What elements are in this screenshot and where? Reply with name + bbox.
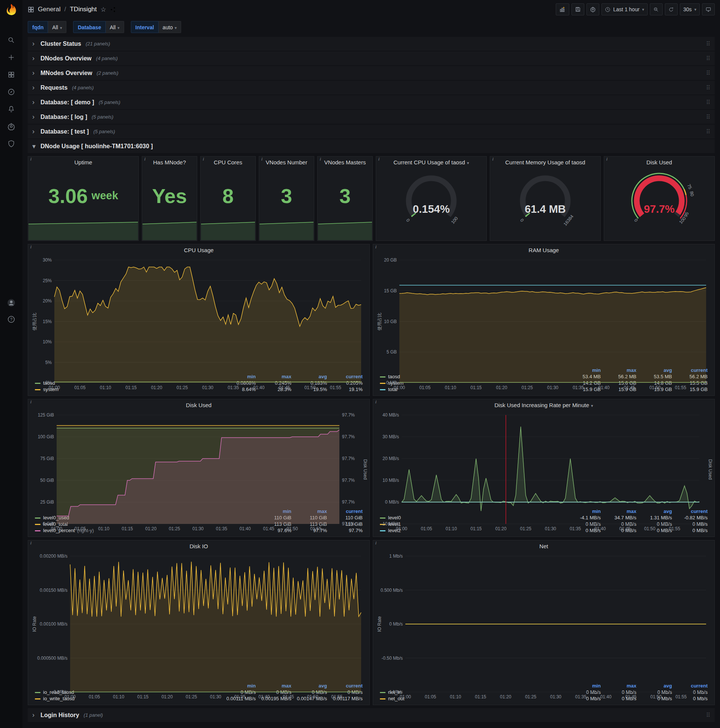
row-drag-handle-icon[interactable]: ⠿ xyxy=(706,55,710,62)
row-title[interactable]: DNode Usage [ huolinhe-TM1701:6030 ] xyxy=(41,143,153,150)
chevron-right-icon: › xyxy=(32,711,38,719)
user-avatar[interactable] xyxy=(5,297,18,309)
add-panel-button[interactable] xyxy=(556,3,569,15)
dashboard-row-expanded[interactable]: ▾ DNode Usage [ huolinhe-TM1701:6030 ] xyxy=(28,139,715,153)
dashboard-row-collapsed[interactable]: › Database: [ test ] (5 panels) ⠿ xyxy=(28,125,715,138)
dashboard-row-collapsed[interactable]: › Database: [ demo ] (5 panels) ⠿ xyxy=(28,95,715,109)
chevron-down-icon: ▾ xyxy=(175,26,177,30)
row-title[interactable]: Login History xyxy=(41,712,79,719)
panel-title[interactable]: VNodes Number xyxy=(259,156,314,168)
panel-info-icon[interactable]: i xyxy=(376,156,382,162)
dashboard-row-collapsed[interactable]: › Login History (1 panel) ⠿ xyxy=(28,708,715,722)
panel-title[interactable]: CPU Cores xyxy=(201,156,255,168)
panel-title[interactable]: Disk Used▾ xyxy=(28,399,369,410)
panel-info-icon[interactable]: i xyxy=(28,156,34,162)
panel-title[interactable]: Has MNode? xyxy=(142,156,197,168)
panel-title[interactable]: VNodes Masters xyxy=(317,156,372,168)
svg-text:97.7%: 97.7% xyxy=(342,456,355,461)
disk-used-plot-area[interactable]: 0 GiB97.6%25 GiB97.7%50 GiB97.7%75 GiB97… xyxy=(31,411,367,507)
panel-info-icon[interactable]: i xyxy=(373,244,379,250)
star-icon[interactable]: ☆ xyxy=(101,6,106,14)
dashboard-settings-button[interactable] xyxy=(586,3,599,15)
panel-title[interactable]: RAM Usage▾ xyxy=(373,244,714,255)
dashboard-row-collapsed[interactable]: › Cluster Status (21 panels) ⠿ xyxy=(28,37,715,50)
row-title[interactable]: MNodes Overview xyxy=(41,70,92,76)
variable-label: Database xyxy=(73,21,105,33)
ram-usage-plot-area[interactable]: 0 MB5 GB10 GB15 GB20 GB01:0001:0501:1001… xyxy=(375,256,712,366)
row-title[interactable]: Database: [ demo ] xyxy=(41,99,94,106)
explore-compass-icon[interactable] xyxy=(5,86,18,98)
disk-rate-plot-area[interactable]: -10 MB/s0 MB/s10 MB/s20 MB/s30 MB/s40 MB… xyxy=(375,411,712,507)
panel-info-icon[interactable]: i xyxy=(604,156,610,162)
save-dashboard-button[interactable] xyxy=(572,3,584,15)
variable-value-dropdown[interactable]: All▾ xyxy=(48,21,66,33)
panel-title[interactable]: Disk IO▾ xyxy=(28,540,369,552)
dashboard-grid-icon[interactable] xyxy=(28,6,34,13)
chevron-down-icon: ▾ xyxy=(117,26,120,30)
net-plot-area[interactable]: -1 Mb/s-0.50 Mb/s0 Mb/s0.500 Mb/s1 Mb/s0… xyxy=(375,552,712,682)
panel-title[interactable]: CPU Usage▾ xyxy=(28,244,369,255)
row-drag-handle-icon[interactable]: ⠿ xyxy=(706,128,710,135)
row-drag-handle-icon[interactable]: ⠿ xyxy=(706,712,710,719)
panel-info-icon[interactable]: i xyxy=(201,156,206,162)
create-plus-icon[interactable] xyxy=(5,52,18,63)
help-icon[interactable]: ? xyxy=(5,314,18,325)
row-title[interactable]: DNodes Overview xyxy=(41,55,92,62)
panel-info-icon[interactable]: i xyxy=(317,156,323,162)
row-drag-handle-icon[interactable]: ⠿ xyxy=(706,114,710,121)
refresh-button[interactable] xyxy=(665,3,677,15)
dashboard-row-collapsed[interactable]: › Requests (4 panels) ⠿ xyxy=(28,81,715,95)
configuration-gear-icon[interactable] xyxy=(5,121,18,132)
panel-info-icon[interactable]: i xyxy=(490,156,496,162)
refresh-interval-dropdown[interactable]: 30s ▾ xyxy=(680,3,700,15)
svg-text:-10 MB/s: -10 MB/s xyxy=(381,521,399,526)
row-drag-handle-icon[interactable]: ⠿ xyxy=(706,41,710,47)
disk-io-plot-area[interactable]: 0 MB/s0.000500 MB/s0.00100 MB/s0.00150 M… xyxy=(31,552,367,682)
breadcrumb-dashboard-title[interactable]: TDinsight xyxy=(70,6,97,13)
breadcrumb-folder[interactable]: General xyxy=(38,6,60,13)
panel-title[interactable]: Current Memory Usage of taosd▾ xyxy=(505,156,585,168)
search-icon[interactable] xyxy=(5,35,18,46)
row-title[interactable]: Requests xyxy=(41,84,67,91)
panel-title[interactable]: Uptime xyxy=(28,156,138,168)
panel-title[interactable]: Net▾ xyxy=(373,540,714,552)
server-admin-shield-icon[interactable] xyxy=(5,138,18,149)
panel-info-icon[interactable]: i xyxy=(28,244,34,250)
grafana-logo[interactable] xyxy=(0,0,23,20)
panel-title[interactable]: Current CPU Usage of taosd▾ xyxy=(394,156,469,168)
cycle-view-mode-button[interactable] xyxy=(702,3,715,15)
variable-value-dropdown[interactable]: All▾ xyxy=(106,21,124,33)
cpu-usage-plot-area[interactable]: 0%5%10%15%20%25%30%01:0001:0501:1001:150… xyxy=(31,256,367,373)
panel-info-icon[interactable]: i xyxy=(142,156,148,162)
chevron-down-icon: ▾ xyxy=(60,26,62,30)
svg-text:01:55: 01:55 xyxy=(331,694,342,699)
row-drag-handle-icon[interactable]: ⠿ xyxy=(706,70,710,76)
panel-info-icon[interactable]: i xyxy=(373,540,379,546)
row-drag-handle-icon[interactable]: ⠿ xyxy=(706,84,710,91)
panel-info-icon[interactable]: i xyxy=(373,399,379,405)
stat-number: 3 xyxy=(339,184,351,208)
svg-text:01:05: 01:05 xyxy=(89,694,100,699)
svg-text:01:10: 01:10 xyxy=(98,526,110,531)
panel-info-icon[interactable]: i xyxy=(259,156,265,162)
chevron-right-icon: › xyxy=(32,40,38,47)
alerting-bell-icon[interactable] xyxy=(5,104,18,115)
svg-text:01:20: 01:20 xyxy=(151,385,162,390)
variable-value-dropdown[interactable]: auto▾ xyxy=(159,21,182,33)
share-icon[interactable] xyxy=(110,6,116,13)
row-title[interactable]: Cluster Status xyxy=(41,41,81,47)
row-title[interactable]: Database: [ test ] xyxy=(41,128,89,135)
panel-title[interactable]: Disk Used▾ xyxy=(647,156,672,168)
panel-title[interactable]: Disk Used Increasing Rate per Minute▾ xyxy=(373,399,714,410)
panel-info-icon[interactable]: i xyxy=(28,540,34,546)
row-drag-handle-icon[interactable]: ⠿ xyxy=(706,99,710,106)
svg-text:01:35: 01:35 xyxy=(575,694,586,699)
panel-info-icon[interactable]: i xyxy=(28,399,34,405)
time-range-picker[interactable]: Last 1 hour ▾ xyxy=(601,3,648,15)
dashboard-row-collapsed[interactable]: › MNodes Overview (2 panels) ⠿ xyxy=(28,66,715,80)
dashboard-row-collapsed[interactable]: › DNodes Overview (4 panels) ⠿ xyxy=(28,51,715,65)
row-title[interactable]: Database: [ log ] xyxy=(41,114,87,121)
zoom-out-time-button[interactable] xyxy=(650,3,663,15)
dashboards-icon[interactable] xyxy=(5,69,18,80)
dashboard-row-collapsed[interactable]: › Database: [ log ] (5 panels) ⠿ xyxy=(28,110,715,124)
